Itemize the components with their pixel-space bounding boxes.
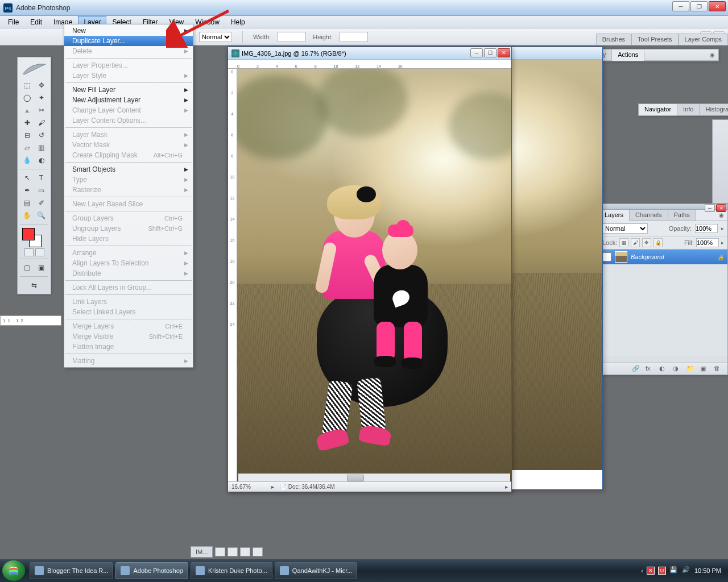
clock[interactable]: 10:50 PM [694, 567, 721, 574]
tab-icon[interactable] [228, 547, 238, 556]
menu-help[interactable]: Help [225, 16, 251, 28]
tab-brushes[interactable]: Brushes [596, 34, 631, 45]
screenmode-std-icon[interactable]: ▢ [21, 262, 34, 273]
quickmask-icon[interactable] [24, 248, 34, 256]
path-select-tool[interactable]: ↖ [21, 172, 34, 184]
tab-histogram[interactable]: Histogram [700, 104, 728, 115]
menu-item-new-fill-layer[interactable]: New Fill Layer▶ [64, 85, 193, 95]
options-mode-select[interactable]: Normal [199, 32, 232, 42]
slice-tool[interactable]: ✂ [35, 105, 48, 116]
group-icon[interactable]: 📁 [686, 365, 696, 373]
new-layer-icon[interactable]: ▣ [700, 365, 709, 373]
doc-maximize-button[interactable]: ☐ [484, 48, 497, 57]
layer-name[interactable]: Background [631, 253, 664, 260]
tab-icon[interactable] [253, 547, 263, 556]
tab-info[interactable]: Info [677, 104, 700, 115]
tray-expand-icon[interactable]: ‹ [641, 567, 643, 574]
volume-icon[interactable]: 🔊 [682, 566, 691, 575]
blur-tool[interactable]: 💧 [21, 155, 34, 166]
panel-close-button[interactable]: ✕ [716, 204, 726, 212]
foreground-color-swatch[interactable] [22, 228, 35, 240]
horizontal-scrollbar[interactable] [238, 473, 510, 481]
brush-tool[interactable]: 🖌 [35, 117, 48, 128]
system-tray[interactable]: ‹ ✕ U 💾 🔊 10:50 PM [641, 566, 726, 575]
heal-tool[interactable]: ✚ [21, 117, 34, 128]
adjustment-layer-icon[interactable]: ◑ [673, 365, 682, 373]
doc-close-button[interactable]: ✕ [498, 48, 510, 57]
tray-icon[interactable]: 💾 [669, 566, 679, 575]
tab-actions[interactable]: Actions [612, 49, 644, 61]
crop-tool[interactable]: ⟁ [21, 105, 34, 116]
taskbar-item[interactable]: Kristen Duke Photo... [191, 562, 272, 579]
tab-paths[interactable]: Paths [668, 210, 696, 221]
navigator-panel[interactable]: NavigatorInfoHistogram [638, 103, 728, 116]
tab-channels[interactable]: Channels [630, 210, 668, 221]
type-tool[interactable]: T [35, 172, 48, 184]
doc-minimize-button[interactable]: ─ [470, 48, 483, 57]
visibility-toggle-icon[interactable]: 👁 [602, 252, 611, 261]
lasso-tool[interactable]: ◯ [21, 92, 34, 103]
tab-tool-presets[interactable]: Tool Presets [631, 34, 679, 45]
lock-position-icon[interactable]: ✥ [642, 238, 651, 247]
tab-layers[interactable]: Layers [599, 210, 630, 221]
menu-item-smart-objects[interactable]: Smart Objects▶ [64, 164, 193, 174]
menu-edit[interactable]: Edit [24, 16, 48, 28]
tab-icon[interactable] [215, 547, 225, 556]
layer-mask-icon[interactable]: ◐ [659, 365, 668, 373]
marquee-tool[interactable]: ⬚ [21, 80, 34, 91]
menu-item-new[interactable]: New▶ [64, 26, 193, 36]
delete-layer-icon[interactable]: 🗑 [714, 365, 723, 373]
taskbar-item[interactable]: QandAwithKJ - Micr... [275, 562, 358, 579]
layer-thumbnail[interactable] [615, 251, 627, 263]
minimize-button[interactable]: ─ [672, 1, 689, 11]
height-input[interactable] [340, 32, 368, 42]
layer-row[interactable]: 👁 Background 🔒 [599, 250, 727, 264]
dodge-tool[interactable]: ◐ [35, 155, 48, 166]
menu-file[interactable]: File [2, 16, 24, 28]
tab-layer-comps[interactable]: Layer Comps [679, 34, 728, 45]
width-input[interactable] [278, 32, 306, 42]
panel-menu-icon[interactable]: ◉ [719, 212, 724, 218]
hand-tool[interactable]: ✋ [21, 210, 34, 221]
scrollbar-thumb[interactable] [347, 475, 364, 481]
wand-tool[interactable]: ✦ [35, 92, 48, 103]
stamp-tool[interactable]: ⊟ [21, 130, 34, 141]
menu-item-new-adjustment-layer[interactable]: New Adjustment Layer▶ [64, 95, 193, 105]
document-tab[interactable]: IM... [191, 546, 213, 558]
document-window-front[interactable]: IMG_4306_1a.jpg @ 16.7% (RGB/8*) ─ ☐ ✕ 0… [228, 47, 512, 492]
fill-input[interactable] [696, 238, 719, 247]
jump-to-icon[interactable]: ⇆ [28, 280, 40, 291]
lock-transparent-icon[interactable]: ▦ [619, 238, 628, 247]
document-titlebar[interactable]: IMG_4306_1a.jpg @ 16.7% (RGB/8*) ─ ☐ ✕ [228, 47, 511, 60]
link-layers-icon[interactable]: 🔗 [632, 365, 641, 373]
tab-navigator[interactable]: Navigator [639, 104, 677, 115]
opacity-input[interactable] [695, 224, 718, 233]
pen-tool[interactable]: ✒ [21, 185, 34, 196]
panel-menu-icon[interactable]: ◉ [710, 52, 715, 58]
screenmode-full-icon[interactable]: ▣ [35, 262, 48, 273]
menu-window[interactable]: Window [189, 16, 225, 28]
zoom-tool[interactable]: 🔍 [35, 210, 48, 221]
close-button[interactable]: ✕ [709, 1, 726, 11]
layer-style-icon[interactable]: fx [646, 365, 655, 373]
blend-mode-select[interactable]: Normal [602, 223, 648, 234]
layers-list[interactable]: 👁 Background 🔒 [599, 250, 727, 356]
tray-shield-icon[interactable]: ✕ [647, 567, 655, 575]
zoom-level[interactable]: 16.67% [231, 484, 266, 490]
restore-button[interactable]: ❐ [690, 1, 708, 11]
lock-pixels-icon[interactable]: 🖌 [631, 238, 640, 247]
eraser-tool[interactable]: ▱ [21, 142, 34, 153]
layers-panel[interactable]: ─ ✕ LayersChannelsPaths ◉ Normal Opacity… [598, 203, 728, 375]
taskbar-item[interactable]: Blogger: The Idea R... [30, 562, 113, 579]
document-canvas[interactable] [237, 69, 511, 481]
notes-tool[interactable]: ▤ [21, 197, 34, 209]
collapsed-dock[interactable] [712, 119, 728, 203]
eyedropper-tool[interactable]: ✐ [35, 197, 48, 209]
color-swatches[interactable] [21, 228, 47, 247]
move-tool[interactable]: ✥ [35, 80, 48, 91]
gradient-tool[interactable]: ▥ [35, 142, 48, 153]
start-button[interactable] [2, 560, 25, 581]
menu-item-duplicate-layer[interactable]: Duplicate Layer... [64, 36, 193, 46]
taskbar-item[interactable]: Adobe Photoshop [115, 562, 188, 579]
quickmask-icon[interactable] [35, 248, 44, 256]
